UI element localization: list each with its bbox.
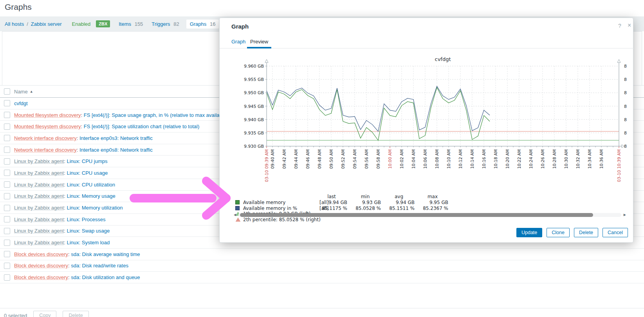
graph-name-link[interactable]: Linux: System load <box>67 240 110 245</box>
table-row: Block devices discovery: sda: Disk utili… <box>0 272 644 283</box>
svg-text:10:34 AM: 10:34 AM <box>587 149 592 169</box>
modal-button-row: Update Clone Delete Cancel <box>220 228 628 237</box>
breadcrumb-host-link[interactable]: Zabbix server <box>31 21 62 27</box>
graph-name-link[interactable]: sda: Disk read/write rates <box>71 263 128 269</box>
row-checkbox[interactable] <box>4 240 10 246</box>
discovery-rule-link[interactable]: Block devices discovery <box>14 251 68 257</box>
row-checkbox[interactable] <box>4 263 10 269</box>
svg-text:09:44 AM: 09:44 AM <box>294 149 298 169</box>
row-checkbox[interactable] <box>4 274 10 281</box>
scrollbar-track[interactable] <box>238 213 621 217</box>
row-checkbox[interactable] <box>4 158 10 165</box>
row-checkbox[interactable] <box>4 147 10 153</box>
page-title: Graphs <box>5 2 32 12</box>
active-tab-underline <box>247 47 271 48</box>
graph-row-text: Linux by Zabbix agent: Linux: Processes <box>14 217 105 222</box>
graph-name-link[interactable]: FS [ext4(/)]: Space usage graph, in % (r… <box>84 112 226 118</box>
svg-text:9.950 GB: 9.950 GB <box>244 90 264 95</box>
graph-name-link[interactable]: FS [ext4(/)]: Space utilization chart (r… <box>84 124 200 129</box>
column-header-name[interactable]: Name <box>14 89 28 95</box>
scrollbar-right-arrow[interactable]: ▶ <box>624 213 626 217</box>
help-icon[interactable]: ? <box>618 23 621 29</box>
row-checkbox[interactable] <box>4 112 10 118</box>
scrollbar-thumb[interactable] <box>240 213 593 217</box>
row-checkbox[interactable] <box>4 100 10 106</box>
graph-row-text: Linux by Zabbix agent: Linux: CPU utiliz… <box>14 182 115 188</box>
legend-series-swatch <box>235 200 240 204</box>
template-link[interactable]: Linux by Zabbix agent <box>14 228 64 234</box>
template-link[interactable]: Linux by Zabbix agent <box>14 217 64 222</box>
svg-text:03-10 10:39 AM: 03-10 10:39 AM <box>617 149 621 182</box>
legend-series-label: Available memory in % <box>243 206 297 211</box>
discovery-rule-link[interactable]: Block devices discovery <box>14 274 68 280</box>
template-link[interactable]: Linux by Zabbix agent <box>14 240 64 245</box>
discovery-rule-link[interactable]: Mounted filesystem discovery <box>14 124 81 129</box>
graph-name-link[interactable]: sda: Disk utilization and queue <box>71 274 140 280</box>
nav-graphs-link[interactable]: Graphs <box>190 21 207 27</box>
template-link[interactable]: Linux by Zabbix agent <box>14 205 64 211</box>
graph-name-link[interactable]: Linux: Memory usage <box>67 193 115 199</box>
discovery-rule-link[interactable]: Network interface discovery <box>14 135 77 141</box>
legend-value: 85.1175 % <box>316 206 347 211</box>
clone-button[interactable]: Clone <box>547 228 570 237</box>
copy-button[interactable]: Copy <box>33 311 56 317</box>
prefix-separator: : <box>77 147 79 153</box>
template-link[interactable]: Linux by Zabbix agent <box>14 170 64 176</box>
row-checkbox[interactable] <box>4 205 10 211</box>
nav-graphs-count: 16 <box>210 21 215 27</box>
row-checkbox[interactable] <box>4 193 10 199</box>
update-button[interactable]: Update <box>516 228 542 237</box>
svg-text:10:12 AM: 10:12 AM <box>458 149 463 169</box>
row-checkbox[interactable] <box>4 251 10 257</box>
tab-graph[interactable]: Graph <box>231 39 245 45</box>
template-link[interactable]: Linux by Zabbix agent <box>14 182 64 188</box>
legend-value: 85.1511 % <box>383 206 415 211</box>
row-checkbox[interactable] <box>4 170 10 176</box>
discovery-rule-link[interactable]: Block devices discovery <box>14 263 68 269</box>
row-checkbox[interactable] <box>4 181 10 188</box>
graph-name-link[interactable]: Linux: Swap usage <box>67 228 110 234</box>
tab-preview[interactable]: Preview <box>250 39 268 45</box>
graph-name-link[interactable]: Linux: Processes <box>67 217 105 222</box>
graph-name-link[interactable]: Interface enp0s3: Network traffic <box>79 135 153 141</box>
svg-text:9.935 GB: 9.935 GB <box>244 131 264 136</box>
graph-row-text: Block devices discovery: sda: Disk read/… <box>14 263 128 269</box>
graph-name-link[interactable]: Linux: CPU usage <box>67 170 108 176</box>
graph-name-link[interactable]: Linux: CPU jumps <box>67 158 107 164</box>
nav-triggers-count: 82 <box>173 21 179 27</box>
legend-value: 9.93 GB <box>350 200 381 205</box>
svg-text:8: 8 <box>624 64 627 69</box>
select-all-checkbox[interactable] <box>4 88 10 95</box>
svg-text:10:28 AM: 10:28 AM <box>552 149 557 169</box>
nav-triggers-link[interactable]: Triggers <box>152 21 170 27</box>
svg-text:8: 8 <box>624 131 627 136</box>
svg-text:8: 8 <box>624 104 627 109</box>
scrollbar-left-arrow[interactable]: ◀ <box>234 213 236 217</box>
discovery-rule-link[interactable]: Mounted filesystem discovery <box>14 112 81 118</box>
row-checkbox[interactable] <box>4 135 10 141</box>
nav-items-link[interactable]: Items <box>119 21 131 27</box>
row-checkbox[interactable] <box>4 228 10 234</box>
breadcrumb-all-hosts[interactable]: All hosts <box>5 21 24 27</box>
discovery-rule-link[interactable]: Network interface discovery <box>14 147 77 153</box>
graph-row-text: Linux by Zabbix agent: Linux: CPU usage <box>14 170 108 176</box>
graph-modal: Graph ? × Graph Preview 9.960 GB89.955 G… <box>219 18 633 243</box>
graph-name-link[interactable]: Linux: CPU utilization <box>67 182 115 188</box>
legend-column-header: avg <box>383 194 415 199</box>
graph-name-link[interactable]: sda: Disk average waiting time <box>71 251 140 257</box>
delete-button-modal[interactable]: Delete <box>574 228 598 237</box>
row-checkbox[interactable] <box>4 124 10 130</box>
graph-name-link[interactable]: Linux: Memory utilization <box>67 205 123 211</box>
svg-text:10:32 AM: 10:32 AM <box>575 149 580 169</box>
delete-button[interactable]: Delete <box>63 311 88 317</box>
template-link[interactable]: Linux by Zabbix agent <box>14 193 64 199</box>
horizontal-scrollbar[interactable]: ◀ ▶ <box>234 213 626 217</box>
svg-text:10:02 AM: 10:02 AM <box>399 149 404 169</box>
template-link[interactable]: Linux by Zabbix agent <box>14 158 64 164</box>
svg-text:9.940 GB: 9.940 GB <box>244 117 264 122</box>
close-icon[interactable]: × <box>628 22 631 29</box>
graph-name-link[interactable]: Interface enp0s8: Network traffic <box>79 147 153 153</box>
graph-name-link[interactable]: cvfdgt <box>14 100 28 106</box>
row-checkbox[interactable] <box>4 216 10 222</box>
cancel-button[interactable]: Cancel <box>603 228 628 237</box>
